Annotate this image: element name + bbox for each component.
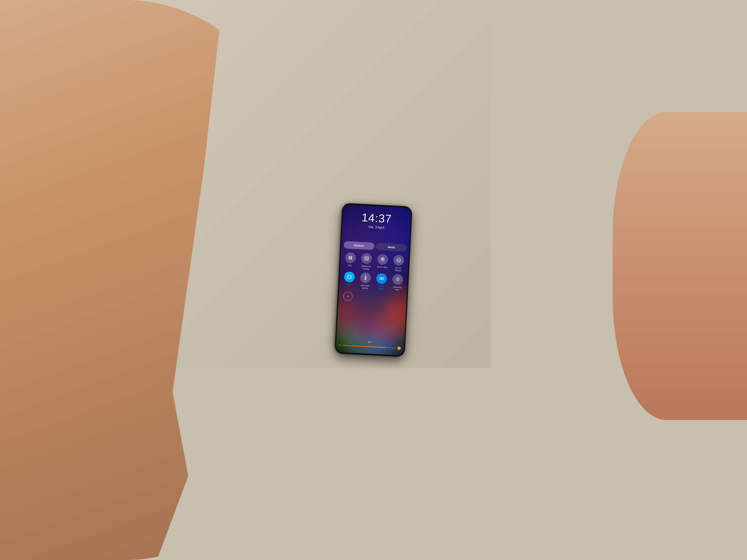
hand-left bbox=[0, 0, 234, 176]
